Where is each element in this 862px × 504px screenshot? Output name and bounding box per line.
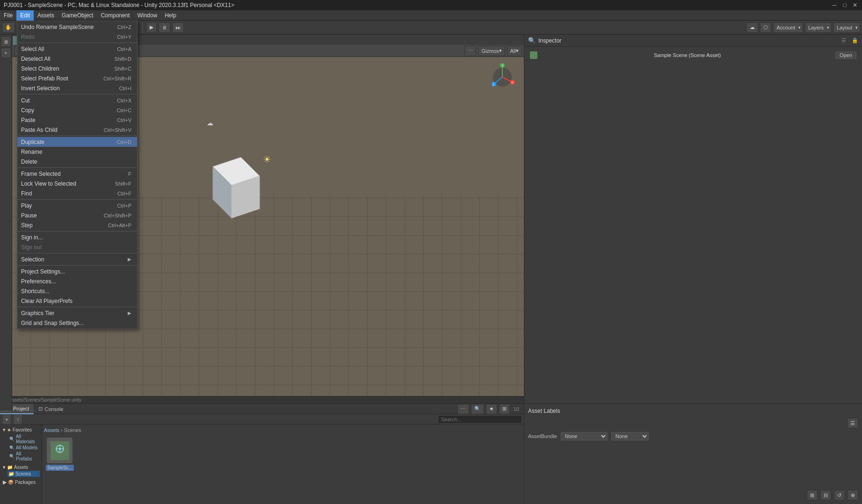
layout-dropdown[interactable]: Layout [833, 22, 860, 33]
shortcuts-item[interactable]: Shortcuts... [17, 286, 137, 296]
invert-selection-item[interactable]: Invert Selection Ctrl+I [17, 83, 137, 93]
project-options-btn[interactable]: ⋯ [457, 404, 469, 414]
step-item[interactable]: Step Ctrl+Alt+P [17, 220, 137, 230]
breadcrumb-assets[interactable]: Assets [44, 427, 59, 433]
all-models-item[interactable]: 🔍 All Models [7, 445, 40, 451]
bottom-tabs: 📁 Project ⊡ Console ⋯ 🔍 ★ ⊞ 10 [0, 404, 524, 414]
bottom-icon-3[interactable]: ↺ [834, 490, 845, 500]
all-prefabs-item[interactable]: 🔍 All Prefabs [7, 451, 40, 462]
asset-bundle-label: AssetBundle [528, 433, 557, 439]
sign-in-item[interactable]: Sign in... [17, 232, 137, 242]
asset-labels-options[interactable]: ☰ [847, 418, 858, 428]
close-button[interactable]: ✕ [852, 2, 858, 8]
paste-as-child-item[interactable]: Paste As Child Ctrl+Shift+V [17, 125, 137, 135]
sep-4 [17, 167, 137, 168]
sep-9 [17, 307, 137, 307]
select-children-item[interactable]: Select Children Shift+C [17, 64, 137, 73]
undo-item[interactable]: Undo Rename SampleScene Ctrl+Z [17, 22, 137, 32]
menu-gameobject[interactable]: GameObject [58, 10, 97, 21]
bottom-icon-2[interactable]: ⊟ [820, 490, 831, 500]
copy-item[interactable]: Copy Ctrl+C [17, 105, 137, 115]
up-folder-btn[interactable]: ↑ [13, 414, 22, 425]
project-search-input[interactable] [438, 415, 522, 424]
more-options-button[interactable]: ⋯ [464, 46, 476, 56]
assets-label: Assets [14, 465, 28, 470]
cut-item[interactable]: Cut Ctrl+X [17, 95, 137, 105]
console-tab-label: Console [44, 406, 63, 412]
select-prefab-root-item[interactable]: Select Prefab Root Ctrl+Shift+R [17, 73, 137, 83]
titlebar: PJ0001 - SampleScene - PC, Mac & Linux S… [0, 0, 862, 10]
sort-btn[interactable]: ⊞ [499, 404, 510, 414]
play-item[interactable]: Play Ctrl+P [17, 201, 137, 210]
favorites-section-header: ▾ ★ Favorites [2, 426, 40, 433]
cloud-build-button[interactable]: ⬡ [760, 22, 771, 33]
search-icon-prefabs: 🔍 [9, 454, 14, 459]
menu-edit[interactable]: Edit [16, 10, 34, 21]
rename-item[interactable]: Rename [17, 147, 137, 157]
scenes-folder-item[interactable]: 📁 Scenes [7, 471, 40, 477]
packages-folder-item[interactable]: ▶ 📦 Packages [2, 479, 40, 486]
pause-item[interactable]: Pause Ctrl+Shift+P [17, 210, 137, 220]
frame-selected-item[interactable]: Frame Selected F [17, 169, 137, 179]
console-tab[interactable]: ⊡ Console [34, 404, 68, 414]
search-icon-materials: 🔍 [9, 437, 14, 441]
preferences-item[interactable]: Preferences... [17, 276, 137, 286]
bottom-icon-4[interactable]: ⊕ [848, 490, 858, 500]
titlebar-text: PJ0001 - SampleScene - PC, Mac & Linux S… [4, 2, 234, 8]
menu-file[interactable]: File [0, 10, 16, 21]
inspector-options[interactable]: ☰ [841, 37, 846, 43]
scene-asset-row: Sample Scene (Scene Asset) Open [527, 50, 859, 61]
lock-view-item[interactable]: Lock View to Selected Shift+F [17, 179, 137, 188]
tool-btn-1[interactable]: ⊞ [1, 36, 11, 47]
redo-item[interactable]: Redo Ctrl+Y [17, 32, 137, 42]
inspector-header: 🔍 Inspector ☰ 🔒 [524, 35, 862, 47]
minimize-button[interactable]: ─ [831, 2, 838, 8]
account-dropdown[interactable]: Account [773, 22, 803, 33]
svg-text:X: X [511, 81, 514, 84]
sep-3 [17, 136, 137, 136]
play-button[interactable]: ▶ [146, 22, 157, 33]
all-dropdown[interactable]: All▾ [507, 46, 522, 56]
sign-out-item[interactable]: Sign out [17, 242, 137, 252]
select-all-item[interactable]: Select All Ctrl+A [17, 44, 137, 54]
assets-panel: Assets › Scenes [42, 425, 524, 504]
open-scene-button[interactable]: Open [835, 51, 856, 59]
paste-item[interactable]: Paste Ctrl+V [17, 115, 137, 125]
layers-dropdown[interactable]: Layers [805, 22, 832, 33]
menu-assets[interactable]: Assets [34, 10, 58, 21]
add-btn[interactable]: + [2, 414, 11, 425]
tool-btn-2[interactable]: + [1, 48, 11, 58]
step-button[interactable]: ⏭ [172, 22, 184, 33]
selection-item[interactable]: Selection ▶ [17, 254, 137, 264]
packages-label: Packages [15, 480, 36, 485]
menu-help[interactable]: Help [161, 10, 180, 21]
gizmos-dropdown[interactable]: Gizmos▾ [478, 46, 505, 56]
asset-bundle-dropdown[interactable]: None [561, 432, 608, 440]
collab-button[interactable]: ☁ [746, 22, 758, 33]
asset-bundle-variant-dropdown[interactable]: None [611, 432, 649, 440]
pause-button[interactable]: ⏸ [159, 22, 170, 33]
project-settings-item[interactable]: Project Settings... [17, 266, 137, 276]
duplicate-item[interactable]: Duplicate Ctrl+D [17, 137, 137, 147]
asset-labels-title: Asset Labels [528, 408, 858, 414]
clear-playerprefs-item[interactable]: Clear All PlayerPrefs [17, 296, 137, 306]
favorite-btn[interactable]: ★ [486, 404, 497, 414]
hand-tool-button[interactable]: ✋ [2, 22, 15, 33]
graphics-tier-item[interactable]: Graphics Tier ▶ [17, 308, 137, 318]
find-item[interactable]: Find Ctrl+F [17, 188, 137, 198]
bottom-icon-1[interactable]: ⊞ [807, 490, 818, 500]
status-path: Assets/Scenes/SampleScene.unity [9, 397, 81, 403]
deselect-all-item[interactable]: Deselect All Shift+D [17, 54, 137, 64]
inspector-lock[interactable]: 🔒 [852, 37, 858, 43]
menu-window[interactable]: Window [133, 10, 161, 21]
maximize-button[interactable]: □ [841, 2, 848, 8]
delete-item[interactable]: Delete [17, 157, 137, 166]
menu-component[interactable]: Component [97, 10, 133, 21]
toolbar-right: ☁ ⬡ Account Layers Layout [746, 22, 860, 33]
grid-snap-item[interactable]: Grid and Snap Settings... [17, 318, 137, 328]
assets-folder-item[interactable]: ▾ 📁 Assets [2, 464, 40, 471]
all-materials-item[interactable]: 🔍 All Materials [7, 433, 40, 445]
inspector-content: Sample Scene (Scene Asset) Open [524, 47, 862, 64]
sample-scene-asset[interactable]: SampleSc... [46, 438, 74, 471]
search-btn[interactable]: 🔍 [471, 404, 484, 414]
